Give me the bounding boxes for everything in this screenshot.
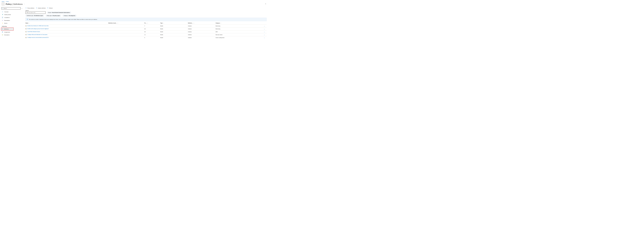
definition-link[interactable]: Enable Azure Monitor for VMSS with Azure… bbox=[27, 26, 49, 26]
cell-type: BuiltIn bbox=[160, 30, 188, 33]
svg-rect-26 bbox=[26, 34, 26, 34]
filter-definition-type[interactable]: Definition type : All definition types bbox=[26, 14, 44, 17]
breadcrumb-policy[interactable]: Policy bbox=[6, 1, 9, 2]
sidebar-item-remediation[interactable]: Remediation bbox=[1, 19, 22, 22]
sidebar-item-assignments[interactable]: Assignments bbox=[1, 30, 22, 34]
svg-rect-20 bbox=[26, 28, 26, 28]
filter-search-input[interactable] bbox=[26, 11, 46, 14]
sidebar-item-label: Exemptions bbox=[4, 34, 10, 36]
sidebar-item-overview[interactable]: Overview bbox=[1, 10, 22, 13]
toolbar: Policy definition Initiative definition … bbox=[26, 7, 266, 10]
sidebar-item-getting-started[interactable]: Getting started bbox=[1, 13, 22, 16]
row-actions[interactable]: … bbox=[256, 33, 266, 36]
sidebar-item-events[interactable]: Events bbox=[1, 22, 22, 25]
th-category[interactable]: Category↑↓ bbox=[216, 22, 256, 24]
cell-type: BuiltIn bbox=[160, 33, 188, 36]
cell-type: BuiltIn bbox=[160, 36, 188, 39]
policy-definition-button[interactable]: Policy definition bbox=[26, 8, 34, 8]
th-po[interactable]: Po…↑↓ bbox=[144, 22, 160, 24]
sort-icon: ↑↓ bbox=[29, 22, 30, 24]
sidebar-search-input[interactable] bbox=[4, 8, 20, 9]
chevron-right-icon: > bbox=[5, 1, 6, 2]
cell-location bbox=[108, 36, 144, 39]
definition-link[interactable]: Audit Public Network Access bbox=[27, 31, 40, 32]
sidebar-item-compliance[interactable]: Compliance bbox=[1, 16, 22, 19]
cell-location bbox=[108, 30, 144, 33]
compliance-icon bbox=[2, 17, 3, 18]
sidebar: « Overview Getting started Compliance Re… bbox=[0, 7, 24, 39]
plus-icon bbox=[26, 8, 27, 8]
initiative-icon bbox=[26, 34, 27, 36]
lightning-icon bbox=[2, 22, 3, 24]
cell-category: Monitoring bbox=[216, 24, 256, 27]
refresh-button[interactable]: Refresh bbox=[47, 8, 52, 8]
row-actions[interactable]: … bbox=[256, 30, 266, 33]
svg-line-12 bbox=[2, 34, 3, 35]
sidebar-item-label: Events bbox=[4, 23, 8, 24]
sidebar-section-authoring: Authoring bbox=[1, 25, 22, 27]
svg-rect-23 bbox=[26, 31, 26, 32]
refresh-icon bbox=[47, 8, 48, 8]
cell-po: 35 bbox=[144, 30, 160, 33]
remediation-icon bbox=[2, 20, 3, 21]
definition-link[interactable]: Enable audit category group resource log… bbox=[27, 28, 49, 30]
cell-def: Initiative bbox=[188, 30, 216, 33]
svg-marker-0 bbox=[2, 4, 4, 5]
cell-location bbox=[108, 27, 144, 30]
cell-po: 7 bbox=[144, 24, 160, 27]
th-definition[interactable]: Definitio…↑↓ bbox=[188, 22, 216, 24]
initiative-icon bbox=[26, 25, 27, 27]
svg-rect-6 bbox=[2, 17, 3, 18]
page-title: Policy | Definitions bbox=[6, 3, 22, 5]
svg-rect-9 bbox=[2, 32, 3, 32]
sidebar-search[interactable] bbox=[1, 7, 20, 10]
more-icon[interactable]: ⋯ bbox=[24, 4, 25, 4]
svg-rect-10 bbox=[2, 32, 3, 32]
th-type[interactable]: Type↑↓ bbox=[160, 22, 188, 24]
sidebar-item-definitions[interactable]: Definitions bbox=[1, 28, 14, 30]
initiative-icon bbox=[26, 31, 27, 32]
row-actions[interactable]: … bbox=[256, 24, 266, 27]
cell-po: 3 bbox=[144, 36, 160, 39]
cell-po: 11 bbox=[144, 33, 160, 36]
breadcrumb-home[interactable]: Home bbox=[2, 1, 4, 2]
search-label: Search bbox=[26, 10, 266, 11]
sidebar-item-label: Assignments bbox=[4, 32, 10, 33]
sort-icon: ↑↓ bbox=[117, 22, 118, 24]
cell-type: BuiltIn bbox=[160, 24, 188, 27]
th-location[interactable]: Definition locati…↑↓ bbox=[108, 22, 144, 24]
cell-category: Guest Configuration bbox=[216, 36, 256, 39]
initiative-icon bbox=[26, 28, 27, 30]
definitions-table: Name↑↓ Definition locati…↑↓ Po…↑↓ Type↑↓… bbox=[26, 22, 266, 39]
sidebar-item-label: Definitions bbox=[4, 28, 8, 30]
definition-link[interactable]: Configure secure communication protocols… bbox=[27, 37, 48, 38]
collapse-sidebar-icon[interactable]: « bbox=[22, 8, 22, 9]
table-row: Audit Public Network Access35BuiltInInit… bbox=[26, 30, 266, 33]
close-icon[interactable] bbox=[264, 2, 267, 5]
cell-location bbox=[108, 24, 144, 27]
row-actions[interactable]: … bbox=[256, 36, 266, 39]
page-header: Policy | Definitions ⋯ bbox=[0, 2, 268, 6]
sidebar-item-label: Getting started bbox=[4, 14, 11, 15]
table-row: Enable Azure Monitor for VMSS with Azure… bbox=[26, 24, 266, 27]
filter-scope[interactable]: Scope : Visual Studio Enterprise Subscri… bbox=[47, 12, 71, 14]
cell-def: Initiative bbox=[188, 24, 216, 27]
content-area: Policy definition Initiative definition … bbox=[24, 7, 269, 39]
sidebar-item-exemptions[interactable]: Exemptions bbox=[1, 34, 22, 36]
row-actions[interactable]: … bbox=[256, 27, 266, 30]
table-row: Configure secure communication protocols… bbox=[26, 36, 266, 39]
filter-policy-type[interactable]: Policy type : All policy types bbox=[46, 14, 61, 17]
table-row: Enable audit category group resource log… bbox=[26, 27, 266, 30]
cell-po: 69 bbox=[144, 27, 160, 30]
filter-category[interactable]: Category : All categories bbox=[62, 14, 76, 17]
svg-point-30 bbox=[26, 38, 27, 38]
svg-point-24 bbox=[26, 32, 27, 32]
cell-category: Security Center bbox=[216, 33, 256, 36]
search-icon bbox=[2, 8, 3, 9]
initiative-definition-button[interactable]: Initiative definition bbox=[36, 8, 46, 8]
th-name[interactable]: Name↑↓ bbox=[26, 22, 108, 24]
cell-def: Initiative bbox=[188, 33, 216, 36]
sort-icon: ↑↓ bbox=[163, 22, 164, 24]
sort-icon: ↑↓ bbox=[193, 22, 194, 24]
definition-link[interactable]: Configure Microsoft Defender for Cloud p… bbox=[27, 34, 48, 35]
